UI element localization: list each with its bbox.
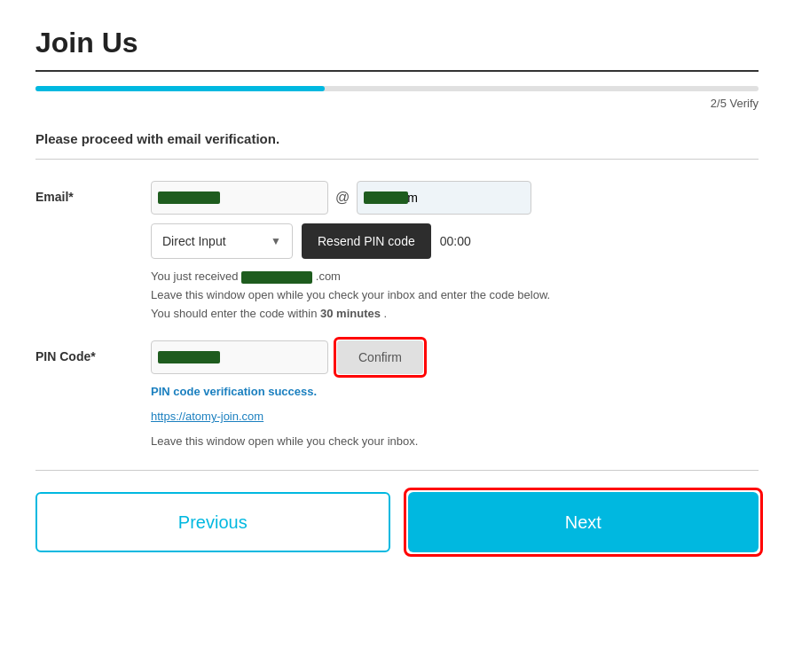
- msg-line1-suffix: .com: [316, 270, 341, 283]
- confirm-btn-wrapper: Confirm: [337, 340, 423, 374]
- progress-bar-container: [35, 86, 759, 91]
- next-btn-wrapper: Next: [408, 492, 759, 552]
- direct-input-label: Direct Input: [162, 234, 226, 248]
- msg-line2: Leave this window open while you check y…: [151, 288, 550, 301]
- pin-label: PIN Code*: [35, 340, 151, 363]
- email-redacted-block: [241, 271, 312, 284]
- at-sign: @: [335, 190, 350, 206]
- step-indicator: 2/5 Verify: [35, 97, 759, 110]
- page-title: Join Us: [35, 27, 759, 59]
- msg-line1-prefix: You just received: [151, 270, 239, 283]
- email-label: Email*: [35, 181, 151, 204]
- msg-line3-bold: 30 minutes: [320, 307, 381, 320]
- pin-controls: Confirm PIN code verification success. h…: [151, 340, 759, 449]
- previous-button[interactable]: Previous: [35, 492, 390, 552]
- section-divider: [35, 159, 759, 160]
- resend-timer: 00:00: [440, 234, 471, 248]
- email-section: Email* @ Direct Input ▼: [35, 181, 759, 323]
- email-form-row: Email* @ Direct Input ▼: [35, 181, 759, 323]
- progress-bar-fill: [35, 86, 325, 91]
- direct-input-dropdown[interactable]: Direct Input ▼: [151, 223, 293, 259]
- msg-line3-suffix: .: [384, 307, 388, 320]
- button-row: Previous Next: [35, 492, 759, 552]
- bottom-divider: [35, 470, 759, 471]
- msg-line3-prefix: You should enter the code within: [151, 307, 320, 320]
- email-controls: @ Direct Input ▼ Resend PIN code 00:00 Y…: [151, 181, 759, 323]
- pin-success-text: PIN code verification success.: [151, 383, 759, 399]
- pin-link-row: https://atomy-join.com: [151, 408, 759, 424]
- pin-code-input[interactable]: [151, 340, 328, 374]
- resend-pin-button[interactable]: Resend PIN code: [302, 223, 431, 259]
- pin-notice-2: Leave this window open while you check y…: [151, 434, 418, 448]
- confirm-button[interactable]: Confirm: [337, 340, 423, 374]
- pin-section: PIN Code* Confirm PIN code verification …: [35, 340, 759, 449]
- pin-input-row: Confirm: [151, 340, 759, 374]
- title-divider: [35, 70, 759, 72]
- email-inputs: @: [151, 181, 759, 215]
- email-message: You just received .com Leave this window…: [151, 268, 759, 323]
- pin-form-row: PIN Code* Confirm PIN code verification …: [35, 340, 759, 449]
- email-row2: Direct Input ▼ Resend PIN code 00:00: [151, 223, 759, 259]
- chevron-down-icon: ▼: [271, 235, 281, 247]
- next-button[interactable]: Next: [408, 492, 759, 552]
- atomy-join-link[interactable]: https://atomy-join.com: [151, 410, 263, 423]
- email-local-input[interactable]: [151, 181, 328, 215]
- section-instruction: Please proceed with email verification.: [35, 131, 759, 146]
- email-domain-input[interactable]: [357, 181, 531, 215]
